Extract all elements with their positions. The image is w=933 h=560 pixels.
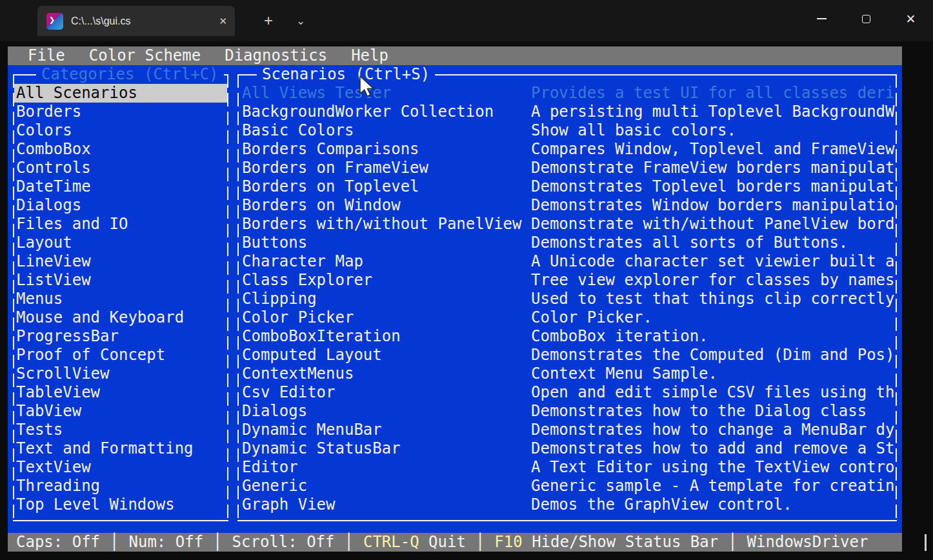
scenario-description: Provides a test UI for all classes deri [531, 84, 896, 103]
status-hotkey: F10 [494, 533, 522, 551]
maximize-button[interactable] [844, 0, 888, 37]
scenario-description: Demonstrates Toplevel borders manipulat [531, 177, 896, 196]
minimize-icon [817, 18, 827, 19]
scenario-name: Generic [242, 477, 531, 495]
category-list-item[interactable]: ListView [14, 271, 227, 290]
status-separator: │ [100, 533, 128, 552]
scenario-row[interactable]: Csv Editor Open and edit simple CSV file… [239, 383, 896, 402]
scenario-row[interactable]: Borders Comparisons Compares Window, Top… [239, 140, 896, 159]
status-bar: Caps: Off│Num: Off│Scroll: Off│CTRL-Q Qu… [8, 533, 902, 552]
scenario-name: Csv Editor [242, 383, 531, 402]
menu-bar: FileColor SchemeDiagnosticsHelp [8, 46, 902, 65]
window-controls: ✕ [799, 0, 933, 37]
menu-item-color-scheme[interactable]: Color Scheme [89, 46, 201, 65]
scenario-description: Color Picker. [531, 308, 896, 327]
category-list-item[interactable]: TableView [14, 383, 227, 402]
category-list-item[interactable]: Dialogs [14, 196, 227, 215]
scenario-row[interactable]: Color Picker Color Picker. [239, 308, 896, 327]
category-list-item[interactable]: Files and IO [14, 215, 227, 234]
category-list-item[interactable]: ProgressBar [14, 327, 227, 346]
scenario-row[interactable]: Basic Colors Show all basic colors. [239, 121, 896, 140]
scenario-description: A persisting multi Toplevel BackgroundW [531, 103, 896, 121]
tab-close-icon[interactable]: ✕ [219, 15, 227, 27]
category-list-item[interactable]: Layout [14, 234, 227, 252]
scenario-row[interactable]: Buttons Demonstrates all sorts of Button… [239, 234, 896, 252]
category-list-item[interactable]: Text and Formatting [14, 439, 227, 458]
menu-item-help[interactable]: Help [351, 46, 388, 65]
scenario-name: Graph View [242, 495, 531, 514]
scenario-row[interactable]: Generic Generic sample - A template for … [239, 477, 896, 495]
terminal-content: FileColor SchemeDiagnosticsHelp Categori… [8, 46, 902, 552]
category-list-item[interactable]: Threading [14, 477, 227, 495]
scenario-name: Borders on FrameView [242, 159, 531, 177]
category-list-item[interactable]: Mouse and Keyboard [14, 308, 227, 327]
scenario-description: Show all basic colors. [531, 121, 896, 140]
scenario-name: Clipping [242, 290, 531, 308]
tab-dropdown-chevron-icon[interactable]: ⌄ [289, 9, 312, 32]
scenario-name: Character Map [242, 252, 531, 271]
scenario-row[interactable]: Borders on FrameView Demonstrate FrameVi… [239, 159, 896, 177]
scenario-name: ContextMenus [242, 365, 531, 383]
scenario-description: Compares Window, Toplevel and FrameView [531, 140, 896, 159]
menu-item-diagnostics[interactable]: Diagnostics [225, 46, 327, 65]
scenario-description: A Text Editor using the TextView contro [531, 458, 896, 477]
category-list-item[interactable]: Colors [14, 121, 227, 140]
scenario-row[interactable]: Borders on Window Demonstrates Window bo… [239, 196, 896, 215]
scrollbar-thumb[interactable] [925, 534, 927, 551]
scenario-description: Context Menu Sample. [531, 365, 896, 383]
category-list-item[interactable]: Menus [14, 290, 227, 308]
title-bar: C:\...\s\gui.cs ✕ + ⌄ ✕ [0, 0, 933, 41]
scenario-name: Color Picker [242, 308, 531, 327]
category-list-item[interactable]: TabView [14, 402, 227, 421]
scenario-row[interactable]: ComboBoxIteration ComboBox iteration. [239, 327, 896, 346]
new-tab-button[interactable]: + [257, 9, 280, 32]
scenario-row[interactable]: Character Map A Unicode character set vi… [239, 252, 896, 271]
scenario-name: Dynamic StatusBar [242, 439, 531, 458]
category-list-item[interactable]: Borders [14, 103, 227, 121]
terminal-tab[interactable]: C:\...\s\gui.cs ✕ [37, 6, 235, 36]
scenario-name: Borders on Window [242, 196, 531, 215]
category-list-item[interactable]: Top Level Windows [14, 495, 227, 514]
scenario-name: Borders with/without PanelView [242, 215, 531, 234]
scenario-description: Used to test that things clip correctly [531, 290, 896, 308]
scenario-name: Computed Layout [242, 346, 531, 365]
scenario-description: Demonstrates all sorts of Buttons. [531, 234, 896, 252]
scenario-row[interactable]: Dynamic MenuBar Demonstrates how to chan… [239, 421, 896, 439]
scenario-row[interactable]: Computed Layout Demonstrates the Compute… [239, 346, 896, 365]
scenario-row[interactable]: Class Explorer Tree view explorer for cl… [239, 271, 896, 290]
menu-item-file[interactable]: File [28, 46, 65, 65]
scenario-description: Demonstrate with/without PanelView bord [531, 215, 896, 234]
status-item-quit[interactable]: CTRL-Q Quit [363, 533, 466, 552]
category-list-item[interactable]: Tests [14, 421, 227, 439]
minimize-button[interactable] [799, 0, 844, 37]
category-list-item[interactable]: ScrollView [14, 365, 227, 383]
scenario-row[interactable]: All Views Tester Provides a test UI for … [239, 84, 896, 103]
scenario-row[interactable]: Dynamic StatusBar Demonstrates how to ad… [239, 439, 896, 458]
category-list-item[interactable]: All Scenarios [14, 84, 227, 103]
categories-frame-border-right [227, 74, 228, 521]
status-item-windowsdriver: WindowsDriver [747, 533, 868, 552]
scenario-row[interactable]: Graph View Demos the GraphView control. [239, 495, 896, 514]
scenario-row[interactable]: Borders on Toplevel Demonstrates Topleve… [239, 177, 896, 196]
category-list-item[interactable]: LineView [14, 252, 227, 271]
category-list-item[interactable]: Controls [14, 159, 227, 177]
scenario-row[interactable]: ContextMenus Context Menu Sample. [239, 365, 896, 383]
category-list-item[interactable]: DateTime [14, 177, 227, 196]
category-list-item[interactable]: ComboBox [14, 140, 227, 159]
close-button[interactable]: ✕ [888, 0, 933, 37]
scenario-row[interactable]: Borders with/without PanelView Demonstra… [239, 215, 896, 234]
status-separator: │ [718, 533, 747, 552]
scenario-description: Demonstrates how to change a MenuBar dy [531, 421, 896, 439]
scenario-row[interactable]: Dialogs Demonstrates how to the Dialog c… [239, 402, 896, 421]
status-item-scroll-off: Scroll: Off [232, 533, 335, 552]
scenario-name: BackgroundWorker Collection [242, 103, 531, 121]
scenario-row[interactable]: Clipping Used to test that things clip c… [239, 290, 896, 308]
category-list-item[interactable]: TextView [14, 458, 227, 477]
scenario-row[interactable]: BackgroundWorker Collection A persisting… [239, 103, 896, 121]
status-item-hide-show-status-bar[interactable]: F10 Hide/Show Status Bar [494, 533, 718, 552]
scenarios-list: All Views Tester Provides a test UI for … [239, 84, 896, 514]
category-list-item[interactable]: Proof of Concept [14, 346, 227, 365]
status-hotkey: CTRL-Q [363, 533, 419, 551]
scenario-name: All Views Tester [242, 84, 531, 103]
scenario-row[interactable]: Editor A Text Editor using the TextView … [239, 458, 896, 477]
